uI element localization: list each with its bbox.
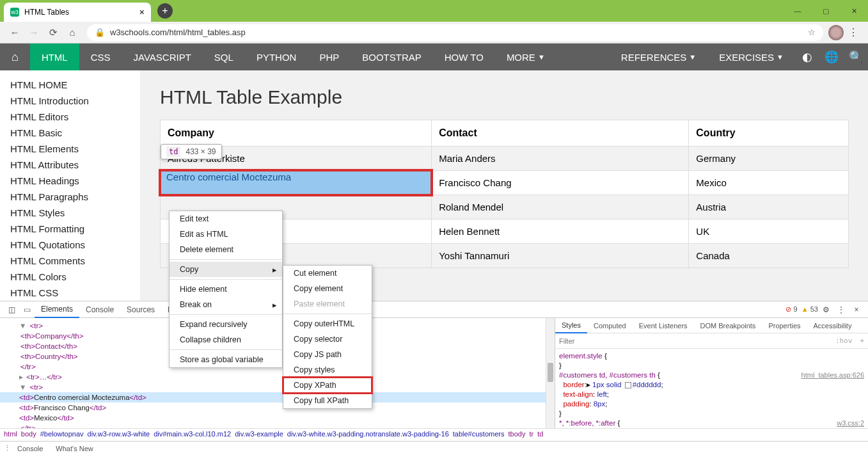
search-icon[interactable]: 🔍 [844, 50, 868, 64]
close-tab-icon[interactable]: × [139, 7, 145, 17]
profile-avatar[interactable] [828, 25, 844, 40]
styletab-computed[interactable]: Computed [587, 318, 633, 333]
hov-toggle[interactable]: :hov [835, 337, 853, 345]
settings-icon[interactable]: ⚙ [818, 305, 833, 314]
nav-exercises[interactable]: EXERCISES▼ [707, 44, 795, 70]
td: Maria Anders [432, 147, 689, 171]
ctx-collapse[interactable]: Collapse children [170, 332, 282, 347]
close-window-button[interactable]: ✕ [840, 0, 868, 22]
site-navbar: ⌂ HTML CSS JAVASCRIPT SQL PYTHON PHP BOO… [0, 44, 868, 70]
drawer-console[interactable]: Console [11, 445, 49, 452]
context-menu[interactable]: Edit text Edit as HTML Delete element Co… [169, 211, 283, 368]
devtools: ◫ ▭ Elements Console Sources Network ⊘ 9… [0, 301, 868, 455]
ctx-store-global[interactable]: Store as global variable [170, 352, 282, 367]
new-rule-button[interactable]: + [860, 337, 864, 345]
minimize-button[interactable]: — [784, 0, 812, 22]
ctx-copy-xpath[interactable]: Copy XPath [283, 378, 372, 393]
home-button[interactable]: ⌂ [63, 27, 82, 38]
sidebar-item[interactable]: HTML Formatting [10, 221, 140, 237]
sidebar-item[interactable]: HTML Editors [10, 109, 140, 125]
inspect-icon[interactable]: ◫ [4, 305, 19, 314]
tab-sources[interactable]: Sources [120, 301, 161, 318]
sidebar-item[interactable]: HTML Attributes [10, 157, 140, 173]
ctx-hide[interactable]: Hide element [170, 282, 282, 297]
sidebar-item[interactable]: HTML CSS [10, 285, 140, 301]
browser-tab[interactable]: w3 HTML Tables × [4, 3, 151, 22]
styles-filter-input[interactable] [559, 337, 832, 345]
context-submenu-copy[interactable]: Cut element Copy element Paste element C… [283, 265, 372, 409]
nav-home-icon[interactable]: ⌂ [0, 44, 30, 70]
styletab-dom[interactable]: DOM Breakpoints [694, 318, 762, 333]
browser-menu-icon[interactable]: ⋮ [844, 26, 863, 38]
ctx-copy-element[interactable]: Copy element [283, 281, 372, 296]
nav-item-php[interactable]: PHP [308, 44, 351, 70]
ctx-cut-element[interactable]: Cut element [283, 266, 372, 281]
elements-scrollbar[interactable] [546, 318, 555, 428]
styles-tabs: Styles Computed Event Listeners DOM Brea… [555, 318, 868, 333]
ctx-copy-styles[interactable]: Copy styles [283, 362, 372, 378]
lock-icon: 🔒 [95, 28, 105, 37]
ctx-delete[interactable]: Delete element [170, 242, 282, 257]
drawer-whatsnew[interactable]: What's New [49, 445, 99, 452]
styles-body[interactable]: element.style {}html_tables.asp:626#cust… [555, 349, 868, 428]
new-tab-button[interactable]: + [157, 3, 173, 19]
table-header-row: Company Contact Country [161, 120, 849, 147]
nav-item-more[interactable]: MORE▼ [495, 44, 556, 70]
sidebar-item[interactable]: HTML Basic [10, 125, 140, 141]
ctx-edit-html[interactable]: Edit as HTML [170, 227, 282, 242]
nav-item-bootstrap[interactable]: BOOTSTRAP [351, 44, 433, 70]
sidebar-item[interactable]: HTML Paragraphs [10, 189, 140, 205]
td-highlighted[interactable]: td433 × 39 Centro comercial Moctezuma [161, 171, 432, 195]
theme-icon[interactable]: ◐ [795, 50, 819, 64]
styletab-events[interactable]: Event Listeners [633, 318, 694, 333]
nav-item-howto[interactable]: HOW TO [433, 44, 495, 70]
styletab-props[interactable]: Properties [762, 318, 807, 333]
globe-icon[interactable]: 🌐 [819, 50, 844, 64]
ctx-expand[interactable]: Expand recursively [170, 317, 282, 332]
page-heading: HTML Table Example [160, 86, 849, 108]
address-bar[interactable]: 🔒 w3schools.com/html/html_tables.asp ☆ [87, 24, 823, 41]
device-icon[interactable]: ▭ [19, 305, 35, 314]
th-company: Company [161, 120, 432, 147]
th-contact: Contact [432, 120, 689, 147]
nav-references[interactable]: REFERENCES▼ [610, 44, 707, 70]
ctx-paste-element: Paste element [283, 296, 372, 312]
sidebar-item[interactable]: HTML Quotations [10, 237, 140, 253]
dom-breadcrumb[interactable]: htmlbody#belowtopnavdiv.w3-row.w3-whited… [0, 428, 868, 441]
sidebar-item[interactable]: HTML Colors [10, 269, 140, 285]
chevron-right-icon: ▸ [272, 265, 277, 275]
nav-item-js[interactable]: JAVASCRIPT [122, 44, 203, 70]
ctx-copy-outerhtml[interactable]: Copy outerHTML [283, 316, 372, 331]
bookmark-icon[interactable]: ☆ [808, 28, 816, 37]
sidebar-item[interactable]: HTML HOME [10, 77, 140, 93]
ctx-copy-selector[interactable]: Copy selector [283, 331, 372, 347]
styletab-a11y[interactable]: Accessibility [807, 318, 858, 333]
tab-elements[interactable]: Elements [35, 301, 79, 318]
ctx-copy[interactable]: Copy▸ [170, 262, 282, 277]
sidebar-item[interactable]: HTML Styles [10, 205, 140, 221]
nav-item-css[interactable]: CSS [79, 44, 122, 70]
maximize-button[interactable]: ▢ [812, 0, 840, 22]
nav-item-sql[interactable]: SQL [203, 44, 245, 70]
issues-counter[interactable]: ⊘ 9 ▲ 53 [785, 305, 818, 314]
tab-title: HTML Tables [24, 8, 69, 17]
sidebar-item[interactable]: HTML Headings [10, 173, 140, 189]
ctx-break[interactable]: Break on▸ [170, 297, 282, 312]
styletab-styles[interactable]: Styles [555, 318, 587, 333]
more-icon[interactable]: ⋮ [833, 305, 849, 314]
tab-console[interactable]: Console [79, 301, 120, 318]
drawer-menu-icon[interactable]: ⋮ [4, 444, 11, 452]
nav-item-python[interactable]: PYTHON [245, 44, 308, 70]
ctx-edit-text[interactable]: Edit text [170, 211, 282, 227]
ctx-copy-jspath[interactable]: Copy JS path [283, 347, 372, 362]
nav-item-html[interactable]: HTML [30, 44, 79, 70]
url-text: w3schools.com/html/html_tables.asp [110, 28, 246, 37]
reload-button[interactable]: ⟳ [43, 27, 63, 38]
close-devtools-icon[interactable]: × [849, 305, 864, 314]
ctx-copy-full-xpath[interactable]: Copy full XPath [283, 393, 372, 408]
back-button[interactable]: ← [5, 27, 24, 38]
sidebar-item[interactable]: HTML Introduction [10, 93, 140, 109]
sidebar-item[interactable]: HTML Elements [10, 141, 140, 157]
sidebar-item[interactable]: HTML Comments [10, 253, 140, 269]
forward-button[interactable]: → [24, 27, 43, 38]
